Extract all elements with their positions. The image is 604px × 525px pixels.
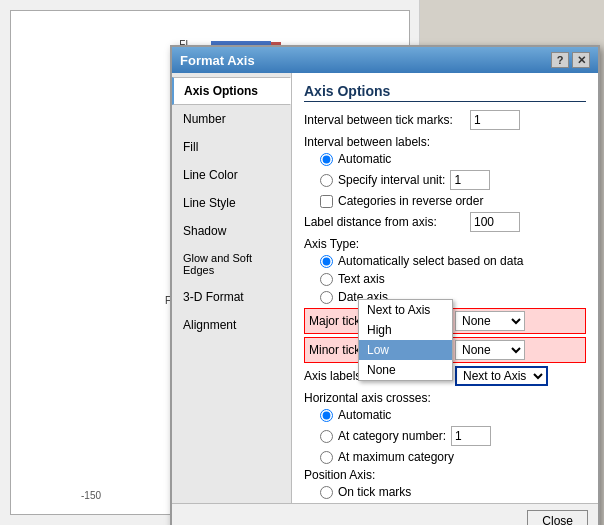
nav-item-line-style[interactable]: Line Style xyxy=(172,189,291,217)
radio-on-tick-row: On tick marks xyxy=(320,485,586,499)
radio-at-category-row: At category number: xyxy=(320,426,586,446)
radio-text-axis[interactable] xyxy=(320,273,333,286)
minor-tick-select[interactable]: None Inside Outside Cross xyxy=(455,340,525,360)
major-tick-select[interactable]: None Inside Outside Cross xyxy=(455,311,525,331)
nav-item-fill[interactable]: Fill xyxy=(172,133,291,161)
label-distance-row: Label distance from axis: xyxy=(304,212,586,232)
format-axis-dialog: Format Axis ? ✕ Axis Options Number Fill… xyxy=(170,45,600,525)
dialog-titlebar: Format Axis ? ✕ xyxy=(172,47,598,73)
radio-at-maximum[interactable] xyxy=(320,451,333,464)
nav-item-alignment[interactable]: Alignment xyxy=(172,311,291,339)
radio-specify-row: Specify interval unit: xyxy=(320,170,586,190)
axis-labels-dropdown[interactable]: Next to Axis High Low None xyxy=(358,299,453,381)
content-panel: Axis Options Interval between tick marks… xyxy=(292,73,598,503)
interval-tick-label: Interval between tick marks: xyxy=(304,113,464,127)
titlebar-buttons: ? ✕ xyxy=(551,52,590,68)
interval-tick-row: Interval between tick marks: xyxy=(304,110,586,130)
specify-interval-input[interactable] xyxy=(450,170,490,190)
nav-item-glow[interactable]: Glow and Soft Edges xyxy=(172,245,291,283)
dropdown-item-next-to-axis[interactable]: Next to Axis xyxy=(359,300,452,320)
nav-item-line-color[interactable]: Line Color xyxy=(172,161,291,189)
radio-at-maximum-row: At maximum category xyxy=(320,450,586,464)
radio-auto-select[interactable] xyxy=(320,255,333,268)
dropdown-item-none[interactable]: None xyxy=(359,360,452,380)
radio-automatic2[interactable] xyxy=(320,409,333,422)
radio-text-axis-row: Text axis xyxy=(320,272,586,286)
x-label-150: -150 xyxy=(81,490,101,501)
radio-date-axis[interactable] xyxy=(320,291,333,304)
radio-auto-select-row: Automatically select based on data xyxy=(320,254,586,268)
nav-item-shadow[interactable]: Shadow xyxy=(172,217,291,245)
nav-item-number[interactable]: Number xyxy=(172,105,291,133)
section-title: Axis Options xyxy=(304,83,586,102)
interval-tick-input[interactable] xyxy=(470,110,520,130)
help-button[interactable]: ? xyxy=(551,52,569,68)
label-distance-label: Label distance from axis: xyxy=(304,215,464,229)
categories-reverse-checkbox[interactable] xyxy=(320,195,333,208)
radio-automatic2-row: Automatic xyxy=(320,408,586,422)
dropdown-item-high[interactable]: High xyxy=(359,320,452,340)
axis-labels-select[interactable]: Next to Axis High Low None xyxy=(455,366,548,386)
radio-at-category[interactable] xyxy=(320,430,333,443)
nav-item-3d-format[interactable]: 3-D Format xyxy=(172,283,291,311)
radio-automatic[interactable] xyxy=(320,153,333,166)
radio-specify[interactable] xyxy=(320,174,333,187)
categories-reverse-row: Categories in reverse order xyxy=(320,194,586,208)
dialog-title: Format Axis xyxy=(180,53,255,68)
close-button[interactable]: Close xyxy=(527,510,588,525)
label-distance-input[interactable] xyxy=(470,212,520,232)
dropdown-item-low[interactable]: Low xyxy=(359,340,452,360)
nav-item-axis-options[interactable]: Axis Options xyxy=(172,77,291,105)
radio-automatic-row: Automatic xyxy=(320,152,586,166)
dialog-body: Axis Options Number Fill Line Color Line… xyxy=(172,73,598,503)
interval-labels-heading: Interval between labels: xyxy=(304,135,586,149)
nav-panel: Axis Options Number Fill Line Color Line… xyxy=(172,73,292,503)
close-x-button[interactable]: ✕ xyxy=(572,52,590,68)
radio-on-tick[interactable] xyxy=(320,486,333,499)
horizontal-crosses-label: Horizontal axis crosses: xyxy=(304,391,586,405)
at-category-input[interactable] xyxy=(451,426,491,446)
dialog-footer: Close xyxy=(172,503,598,525)
axis-type-label: Axis Type: xyxy=(304,237,586,251)
position-axis-label: Position Axis: xyxy=(304,468,586,482)
